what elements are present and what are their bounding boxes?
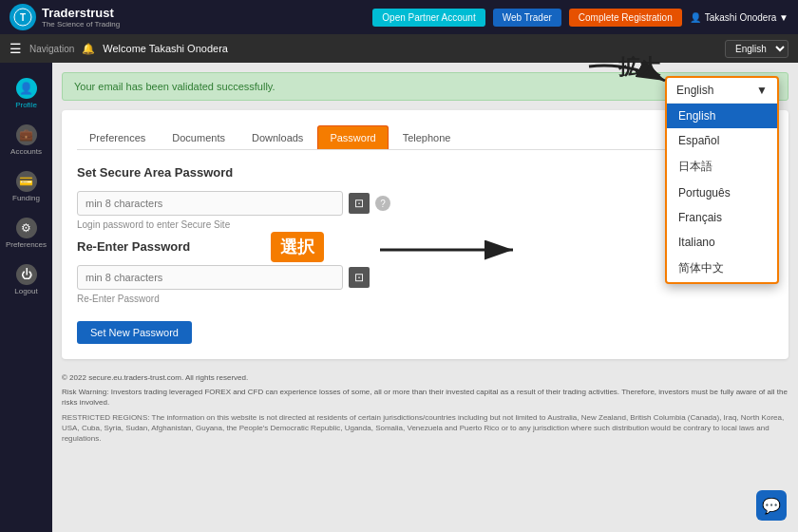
navigation-label: Navigation (29, 44, 74, 54)
copyright: © 2022 secure.eu.traders-trust.com. All … (62, 372, 788, 383)
re-enter-label: Re-Enter Password (77, 294, 773, 304)
re-enter-eye-toggle-button[interactable]: ⊡ (349, 267, 370, 288)
logo-icon: T (10, 4, 36, 30)
risk-warning: Risk Warning: Investors trading leverage… (62, 387, 788, 408)
tab-documents[interactable]: Documents (160, 125, 238, 149)
sidebar-item-funding[interactable]: 💳 Funding (0, 165, 52, 208)
bell-icon[interactable]: 🔔 (82, 43, 95, 55)
password-input[interactable] (77, 191, 343, 216)
preferences-icon: ⚙ (16, 218, 37, 238)
restricted-regions: RESTRICTED REGIONS: The information on t… (62, 412, 788, 445)
top-navbar: T Traderstrust The Science of Trading Op… (0, 0, 798, 34)
language-selector-container: English (725, 40, 788, 58)
accounts-icon: 💼 (16, 124, 37, 145)
web-trader-button[interactable]: Web Trader (493, 9, 561, 27)
sidebar-preferences-label: Preferences (6, 240, 47, 249)
brand: Traderstrust The Science of Trading (42, 6, 120, 28)
eye-toggle-button[interactable]: ⊡ (349, 193, 370, 214)
lang-option-italian[interactable]: Italiano (667, 230, 777, 255)
brand-tagline: The Science of Trading (42, 20, 120, 28)
user-menu[interactable]: 👤 Takashi Onodera ▼ (690, 12, 788, 23)
profile-icon: 👤 (16, 78, 37, 99)
lang-dropdown-header: English ▼ (667, 78, 777, 104)
help-icon[interactable]: ? (375, 196, 390, 211)
sidebar-item-profile[interactable]: 👤 Profile (0, 72, 52, 115)
lang-option-chinese[interactable]: 简体中文 (667, 255, 777, 282)
complete-registration-button[interactable]: Complete Registration (569, 9, 682, 27)
welcome-message: Welcome Takashi Onodera (103, 43, 228, 54)
language-select-top[interactable]: English (725, 40, 788, 58)
sidebar: 👤 Profile 💼 Accounts 💳 Funding ⚙ Prefere… (0, 63, 52, 532)
svg-text:T: T (20, 12, 26, 23)
hamburger-icon[interactable]: ☰ (10, 41, 22, 56)
tab-preferences[interactable]: Preferences (77, 125, 158, 149)
sidebar-item-accounts[interactable]: 💼 Accounts (0, 119, 52, 162)
tab-downloads[interactable]: Downloads (239, 125, 315, 149)
partner-account-button[interactable]: Open Partner Account (372, 9, 484, 27)
sidebar-accounts-label: Accounts (10, 147, 42, 156)
second-nav-left: ☰ Navigation 🔔 Welcome Takashi Onodera (10, 41, 228, 56)
lang-option-japanese[interactable]: 日本語 (667, 153, 777, 180)
lang-option-espanol[interactable]: Español (667, 128, 777, 153)
logout-icon: ⏻ (16, 264, 37, 285)
re-enter-input[interactable] (77, 265, 343, 290)
chat-button[interactable]: 💬 (756, 490, 787, 521)
brand-name: Traderstrust (42, 6, 120, 20)
set-new-password-button[interactable]: Set New Password (77, 321, 192, 344)
top-nav-right: Open Partner Account Web Trader Complete… (372, 9, 788, 27)
sidebar-item-logout[interactable]: ⏻ Logout (0, 258, 52, 301)
funding-icon: 💳 (16, 171, 37, 192)
tab-password[interactable]: Password (317, 125, 388, 149)
sidebar-funding-label: Funding (12, 194, 40, 202)
success-message: Your email has been validated successful… (74, 81, 276, 92)
user-avatar-icon: 👤 (690, 12, 701, 23)
lang-option-english[interactable]: English (667, 104, 777, 128)
lang-current: English (676, 84, 713, 97)
sidebar-item-preferences[interactable]: ⚙ Preferences (0, 212, 52, 255)
sidebar-logout-label: Logout (14, 287, 37, 295)
lang-dropdown-panel: English ▼ English Español 日本語 Português … (665, 76, 779, 284)
tab-telephone[interactable]: Telephone (390, 125, 464, 149)
user-name: Takashi Onodera ▼ (705, 12, 788, 23)
footer: © 2022 secure.eu.traders-trust.com. All … (62, 372, 788, 444)
lang-chevron-icon: ▼ (756, 84, 768, 97)
sidebar-profile-label: Profile (15, 101, 37, 109)
second-navbar: ☰ Navigation 🔔 Welcome Takashi Onodera E… (0, 34, 798, 63)
lang-option-portuguese[interactable]: Português (667, 180, 777, 205)
logo-area: T Traderstrust The Science of Trading (10, 4, 120, 30)
lang-option-french[interactable]: Français (667, 205, 777, 230)
